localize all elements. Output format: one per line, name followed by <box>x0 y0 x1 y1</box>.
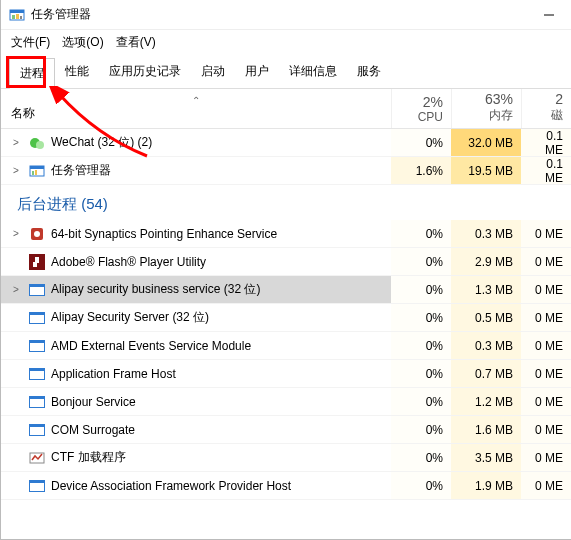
tab-services[interactable]: 服务 <box>347 57 391 88</box>
cpu-label: CPU <box>396 110 443 124</box>
tab-strip: 进程 性能 应用历史记录 启动 用户 详细信息 服务 <box>1 57 571 89</box>
process-name: Application Frame Host <box>51 367 176 381</box>
process-row[interactable]: COM Surrogate0%1.6 MB0 ME <box>1 416 571 444</box>
minimize-button[interactable] <box>526 0 571 30</box>
memory-cell: 0.3 MB <box>451 332 521 359</box>
disk-cell: 0 ME <box>521 444 571 471</box>
cpu-cell: 0% <box>391 388 451 415</box>
tab-app-history[interactable]: 应用历史记录 <box>99 57 191 88</box>
process-name: CTF 加载程序 <box>51 449 126 466</box>
column-headers: ⌃ 名称 2% CPU 63% 内存 2 磁 <box>1 89 571 129</box>
wechat-icon <box>29 135 45 151</box>
tab-performance[interactable]: 性能 <box>55 57 99 88</box>
cpu-percent: 2% <box>396 94 443 110</box>
process-name: Adobe® Flash® Player Utility <box>51 255 206 269</box>
menu-options[interactable]: 选项(O) <box>62 34 103 51</box>
memory-cell: 32.0 MB <box>451 129 521 156</box>
process-row[interactable]: >64-bit Synaptics Pointing Enhance Servi… <box>1 220 571 248</box>
column-memory[interactable]: 63% 内存 <box>451 89 521 128</box>
cpu-cell: 0% <box>391 332 451 359</box>
window-title: 任务管理器 <box>31 6 91 23</box>
window-controls <box>526 0 571 30</box>
svg-rect-9 <box>30 166 44 169</box>
process-row[interactable]: >Alipay security business service (32 位)… <box>1 276 571 304</box>
app-icon <box>9 7 25 23</box>
cpu-cell: 0% <box>391 129 451 156</box>
disk-cell: 0 ME <box>521 220 571 247</box>
task-manager-icon <box>29 163 45 179</box>
column-disk[interactable]: 2 磁 <box>521 89 571 128</box>
app-icon <box>29 282 45 298</box>
disk-cell: 0.1 ME <box>521 157 571 184</box>
disk-cell: 0 ME <box>521 304 571 331</box>
process-row[interactable]: Alipay Security Server (32 位)0%0.5 MB0 M… <box>1 304 571 332</box>
app-icon <box>29 310 45 326</box>
memory-cell: 1.9 MB <box>451 472 521 499</box>
expand-icon[interactable]: > <box>13 228 23 239</box>
svg-rect-11 <box>35 170 37 175</box>
disk-cell: 0 ME <box>521 360 571 387</box>
memory-cell: 2.9 MB <box>451 248 521 275</box>
process-row[interactable]: > WeChat (32 位) (2) 0% 32.0 MB 0.1 ME <box>1 129 571 157</box>
app-icon <box>29 478 45 494</box>
memory-cell: 19.5 MB <box>451 157 521 184</box>
sort-indicator-icon: ⌃ <box>192 95 200 106</box>
cpu-cell: 0% <box>391 304 451 331</box>
menu-file[interactable]: 文件(F) <box>11 34 50 51</box>
memory-cell: 1.2 MB <box>451 388 521 415</box>
menu-view[interactable]: 查看(V) <box>116 34 156 51</box>
process-row[interactable]: Adobe® Flash® Player Utility0%2.9 MB0 ME <box>1 248 571 276</box>
disk-cell: 0.1 ME <box>521 129 571 156</box>
disk-cell: 0 ME <box>521 276 571 303</box>
memory-cell: 3.5 MB <box>451 444 521 471</box>
app-icon <box>29 338 45 354</box>
memory-cell: 0.5 MB <box>451 304 521 331</box>
app-icon <box>29 422 45 438</box>
cpu-cell: 0% <box>391 416 451 443</box>
process-row[interactable]: Bonjour Service0%1.2 MB0 ME <box>1 388 571 416</box>
svg-rect-3 <box>16 14 19 19</box>
svg-point-7 <box>36 141 44 149</box>
app-icon <box>29 394 45 410</box>
process-name: Alipay Security Server (32 位) <box>51 309 209 326</box>
app-icon <box>29 450 45 466</box>
expand-icon[interactable]: > <box>13 137 23 148</box>
process-row[interactable]: CTF 加载程序0%3.5 MB0 ME <box>1 444 571 472</box>
process-row[interactable]: Device Association Framework Provider Ho… <box>1 472 571 500</box>
process-row[interactable]: > 任务管理器 1.6% 19.5 MB 0.1 ME <box>1 157 571 185</box>
memory-cell: 0.3 MB <box>451 220 521 247</box>
process-name: 任务管理器 <box>51 162 111 179</box>
process-name: AMD External Events Service Module <box>51 339 251 353</box>
disk-percent: 2 <box>526 91 563 107</box>
app-icon <box>29 366 45 382</box>
process-name: Device Association Framework Provider Ho… <box>51 479 291 493</box>
cpu-cell: 1.6% <box>391 157 451 184</box>
svg-rect-10 <box>32 171 34 175</box>
process-row[interactable]: AMD External Events Service Module0%0.3 … <box>1 332 571 360</box>
disk-cell: 0 ME <box>521 472 571 499</box>
expand-icon[interactable]: > <box>13 165 23 176</box>
disk-cell: 0 ME <box>521 416 571 443</box>
disk-cell: 0 ME <box>521 332 571 359</box>
expand-icon[interactable]: > <box>13 284 23 295</box>
column-name[interactable]: ⌃ 名称 <box>1 89 391 128</box>
process-row[interactable]: Application Frame Host0%0.7 MB0 ME <box>1 360 571 388</box>
memory-label: 内存 <box>456 107 513 124</box>
disk-cell: 0 ME <box>521 388 571 415</box>
process-name: 64-bit Synaptics Pointing Enhance Servic… <box>51 227 277 241</box>
column-name-label: 名称 <box>11 105 35 122</box>
process-name: COM Surrogate <box>51 423 135 437</box>
process-name: Bonjour Service <box>51 395 136 409</box>
cpu-cell: 0% <box>391 472 451 499</box>
cpu-cell: 0% <box>391 444 451 471</box>
process-name: Alipay security business service (32 位) <box>51 281 260 298</box>
column-cpu[interactable]: 2% CPU <box>391 89 451 128</box>
tab-processes[interactable]: 进程 <box>9 58 55 89</box>
tab-startup[interactable]: 启动 <box>191 57 235 88</box>
tab-details[interactable]: 详细信息 <box>279 57 347 88</box>
cpu-cell: 0% <box>391 276 451 303</box>
process-list: > WeChat (32 位) (2) 0% 32.0 MB 0.1 ME > … <box>1 129 571 500</box>
svg-point-13 <box>34 231 40 237</box>
tab-users[interactable]: 用户 <box>235 57 279 88</box>
cpu-cell: 0% <box>391 360 451 387</box>
